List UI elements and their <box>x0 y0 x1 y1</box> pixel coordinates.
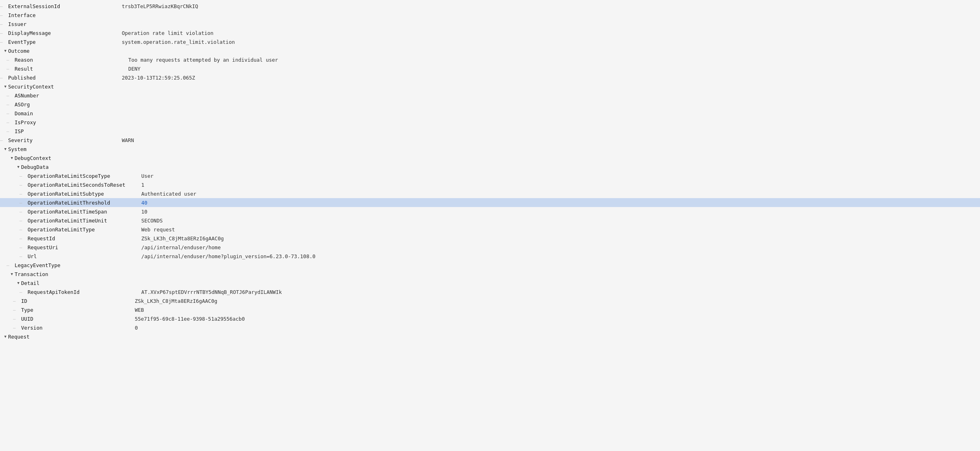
key-external-session-id: ExternalSessionId <box>8 3 122 9</box>
tree-container: —ExternalSessionIdtrsb3TeLP5RRwiazKBqrCN… <box>0 0 980 451</box>
connector-published: — <box>0 75 8 80</box>
tree-row-debug-data[interactable]: ▼DebugData <box>0 162 980 171</box>
value-op-rate-limit-seconds-to-reset: 1 <box>141 182 145 188</box>
key-interface: Interface <box>8 12 122 18</box>
connector-url: — <box>19 254 28 259</box>
tree-row-trans-type: —TypeWEB <box>0 305 980 314</box>
value-request-uri: /api/internal/enduser/home <box>141 244 221 250</box>
key-trans-id: ID <box>21 298 135 304</box>
tree-row-url: —Url/api/internal/enduser/home?plugin_ve… <box>0 252 980 261</box>
connector-display-message: — <box>0 30 8 36</box>
key-url: Url <box>28 253 141 259</box>
connector-op-rate-limit-time-span: — <box>19 209 28 214</box>
key-outcome: Outcome <box>8 48 122 54</box>
tree-row-severity: —SeverityWARN <box>0 136 980 145</box>
tree-row-system[interactable]: ▼System <box>0 145 980 153</box>
tree-row-result: —ResultDENY <box>0 64 980 73</box>
connector-as-number: — <box>6 93 15 98</box>
value-event-type: system.operation.rate_limit.violation <box>122 39 235 45</box>
expander-icon-outcome[interactable]: ▼ <box>0 49 8 53</box>
key-request-api-token-id: RequestApiTokenId <box>28 289 141 295</box>
value-uuid: 55e71f95-69c8-11ee-9398-51a29556acb0 <box>135 316 245 322</box>
tree-row-request-id: —RequestIdZSk_LK3h_C8jMta8ERzI6gAAC0g <box>0 234 980 243</box>
key-request-id: RequestId <box>28 235 141 242</box>
value-op-rate-limit-time-unit: SECONDS <box>141 218 163 224</box>
connector-event-type: — <box>0 39 8 45</box>
tree-row-domain: —Domain <box>0 109 980 118</box>
connector-request-id: — <box>19 236 28 241</box>
key-as-org: ASOrg <box>15 101 128 108</box>
tree-row-op-rate-limit-scope-type: —OperationRateLimitScopeTypeUser <box>0 171 980 180</box>
connector-reason: — <box>6 57 15 63</box>
connector-interface: — <box>0 13 8 18</box>
tree-row-detail[interactable]: ▼Detail <box>0 278 980 287</box>
tree-row-op-rate-limit-time-span: —OperationRateLimitTimeSpan10 <box>0 207 980 216</box>
key-as-number: ASNumber <box>15 93 128 99</box>
value-request-api-token-id: AT.XVxP67sptEDVrrrNTBY5dNNqB_ROTJ6ParydI… <box>141 289 282 295</box>
key-event-type: EventType <box>8 39 122 45</box>
tree-row-security-context[interactable]: ▼SecurityContext <box>0 82 980 91</box>
key-request-uri: RequestUri <box>28 244 141 250</box>
value-trans-id: ZSk_LK3h_C8jMta8ERzI6gAAC0g <box>135 298 217 304</box>
value-op-rate-limit-time-span: 10 <box>141 209 147 215</box>
tree-row-display-message: —DisplayMessageOperation rate limit viol… <box>0 28 980 37</box>
tree-row-isp: —ISP <box>0 127 980 136</box>
connector-op-rate-limit-type: — <box>19 227 28 232</box>
key-system: System <box>8 146 122 152</box>
key-is-proxy: IsProxy <box>15 119 128 125</box>
key-severity: Severity <box>8 137 122 143</box>
expander-icon-system[interactable]: ▼ <box>0 147 8 151</box>
tree-row-as-number: —ASNumber <box>0 91 980 100</box>
expander-icon-request[interactable]: ▼ <box>0 334 8 339</box>
expander-icon-debug-context[interactable]: ▼ <box>0 156 15 160</box>
value-external-session-id: trsb3TeLP5RRwiazKBqrCNkIQ <box>122 3 198 9</box>
tree-row-op-rate-limit-type: —OperationRateLimitTypeWeb request <box>0 225 980 234</box>
connector-is-proxy: — <box>6 120 15 125</box>
key-published: Published <box>8 75 122 81</box>
tree-row-is-proxy: —IsProxy <box>0 118 980 127</box>
key-op-rate-limit-subtype: OperationRateLimitSubtype <box>28 191 141 197</box>
tree-row-transaction[interactable]: ▼Transaction <box>0 270 980 278</box>
value-op-rate-limit-subtype: Authenticated user <box>141 191 196 197</box>
value-severity: WARN <box>122 137 134 143</box>
connector-op-rate-limit-threshold: — <box>19 200 28 205</box>
tree-row-version: —Version0 <box>0 323 980 332</box>
key-op-rate-limit-type: OperationRateLimitType <box>28 227 141 233</box>
key-op-rate-limit-time-unit: OperationRateLimitTimeUnit <box>28 218 141 224</box>
key-transaction: Transaction <box>15 271 128 277</box>
key-trans-type: Type <box>21 307 135 313</box>
value-published: 2023-10-13T12:59:25.065Z <box>122 75 195 81</box>
connector-result: — <box>6 66 15 71</box>
expander-icon-security-context[interactable]: ▼ <box>0 84 8 88</box>
connector-as-org: — <box>6 102 15 107</box>
tree-row-request[interactable]: ▼Request <box>0 332 980 341</box>
tree-row-legacy-event-type: —LegacyEventType <box>0 261 980 270</box>
key-request: Request <box>8 334 122 340</box>
key-op-rate-limit-threshold: OperationRateLimitThreshold <box>28 200 141 206</box>
expander-icon-transaction[interactable]: ▼ <box>0 272 15 276</box>
tree-row-op-rate-limit-time-unit: —OperationRateLimitTimeUnitSECONDS <box>0 216 980 225</box>
connector-legacy-event-type: — <box>6 263 15 268</box>
value-request-id: ZSk_LK3h_C8jMta8ERzI6gAAC0g <box>141 235 224 242</box>
key-detail: Detail <box>21 280 135 286</box>
key-uuid: UUID <box>21 316 135 322</box>
connector-issuer: — <box>0 22 8 27</box>
tree-row-debug-context[interactable]: ▼DebugContext <box>0 153 980 162</box>
key-op-rate-limit-time-span: OperationRateLimitTimeSpan <box>28 209 141 215</box>
tree-row-interface: —Interface <box>0 11 980 19</box>
connector-op-rate-limit-scope-type: — <box>19 173 28 179</box>
value-display-message: Operation rate limit violation <box>122 30 214 36</box>
tree-row-outcome[interactable]: ▼Outcome <box>0 46 980 55</box>
tree-row-op-rate-limit-subtype: —OperationRateLimitSubtypeAuthenticated … <box>0 189 980 198</box>
tree-row-trans-id: —IDZSk_LK3h_C8jMta8ERzI6gAAC0g <box>0 296 980 305</box>
value-trans-type: WEB <box>135 307 144 313</box>
value-url: /api/internal/enduser/home?plugin_versio… <box>141 253 315 259</box>
connector-domain: — <box>6 111 15 116</box>
key-debug-context: DebugContext <box>15 155 128 161</box>
tree-row-published: —Published2023-10-13T12:59:25.065Z <box>0 73 980 82</box>
connector-severity: — <box>0 138 8 143</box>
connector-version: — <box>13 325 21 330</box>
expander-icon-debug-data[interactable]: ▼ <box>0 165 21 169</box>
key-isp: ISP <box>15 128 128 134</box>
expander-icon-detail[interactable]: ▼ <box>0 281 21 285</box>
